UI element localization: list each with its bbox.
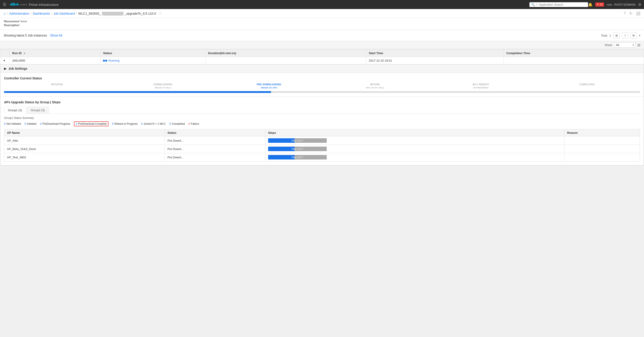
step-bar-fill bbox=[268, 146, 294, 151]
predownload-complete-box[interactable]: 3 PreDownload Complete bbox=[74, 121, 108, 126]
meta-info: 'Recurrence' None 'Description' bbox=[0, 18, 644, 30]
toolbar-left: Showing latest 5 Job instances Show All bbox=[4, 34, 62, 37]
dashboards-link[interactable]: Dashboards bbox=[33, 12, 50, 15]
filter-icon[interactable]: ⊟ bbox=[638, 43, 640, 47]
step-bar-label: Step 3 of 7 bbox=[291, 148, 303, 150]
stage-downloading-sub: IMAGE TO WLC bbox=[110, 86, 216, 89]
recurrence-value: None bbox=[20, 20, 27, 23]
step-bar-fill bbox=[268, 138, 294, 143]
maximize-icon[interactable]: ⬜ bbox=[636, 11, 640, 16]
current-page: WLC1_692692_ ████████ _upgradeTo_8.5.110… bbox=[78, 12, 156, 15]
error-count: 12 bbox=[600, 3, 603, 6]
count-joined-num: 0 bbox=[141, 122, 143, 126]
ap-table-row: AP_Test_3802 Pre Downl... Step 3 of 7 bbox=[4, 153, 640, 162]
stage-reboot-label: WLC REBOOT bbox=[428, 83, 534, 86]
filter-select-wrapper[interactable]: All Running Completed Failed bbox=[614, 42, 636, 48]
count-not-initiated-label: Not Initiated bbox=[6, 122, 21, 126]
export-button[interactable]: ⤴ bbox=[622, 32, 628, 38]
ap-steps-cell: Step 3 of 7 bbox=[265, 136, 564, 145]
job-settings-label: Job Settings bbox=[8, 67, 27, 70]
count-predownload-complete-label: PreDownload Complete bbox=[78, 122, 107, 126]
status-header: Status bbox=[100, 50, 206, 57]
count-failure-label: Failure bbox=[191, 122, 199, 126]
step-bar: Step 3 of 7 bbox=[268, 155, 327, 160]
step-bar-label: Step 3 of 7 bbox=[291, 139, 303, 142]
count-predownload-progress-num: 0 bbox=[40, 122, 42, 126]
filter-show-label: Show bbox=[604, 43, 612, 47]
dot1 bbox=[103, 60, 105, 62]
duration-header: Duration(hh:mm:ss) bbox=[205, 50, 366, 57]
count-predownload-complete[interactable]: 3 PreDownload Complete bbox=[74, 121, 108, 126]
toolbar-dropdown-icon[interactable]: ▾ bbox=[639, 34, 640, 37]
ap-reason-cell bbox=[564, 136, 640, 145]
controller-status-title: Controller Current Status bbox=[4, 76, 640, 80]
count-joined: 0 Joined N + 1 WLC bbox=[141, 122, 166, 126]
search-input[interactable] bbox=[539, 3, 586, 6]
detail-row: ▶ Job Settings Controller Current Status… bbox=[0, 64, 644, 166]
ap-status-header: Status bbox=[164, 129, 265, 136]
ap-table-row: AP_Beta_1542I_Deck Pre Downl... Step 3 o… bbox=[4, 145, 640, 153]
status-running: Running bbox=[103, 59, 202, 62]
tab-group2[interactable]: Group2 (3) bbox=[27, 107, 49, 114]
step-bar-label: Step 3 of 7 bbox=[291, 156, 303, 158]
expand-arrow-icon[interactable]: ▼ bbox=[3, 59, 6, 62]
home-icon[interactable]: ⌂ bbox=[4, 12, 6, 16]
showing-text: Showing latest 5 Job instances bbox=[4, 34, 47, 37]
ap-reason-header: Reason bbox=[564, 129, 640, 136]
admin-link[interactable]: Administration bbox=[9, 12, 29, 15]
ap-table-header: AP Name Status Steps Reason bbox=[4, 129, 640, 136]
svg-rect-2 bbox=[13, 3, 14, 6]
recurrence-row: 'Recurrence' None bbox=[4, 20, 640, 23]
job-settings-header[interactable]: ▶ Job Settings bbox=[0, 64, 644, 73]
svg-rect-1 bbox=[11, 3, 12, 6]
start-time-header: Start Time bbox=[366, 50, 504, 57]
stage-moving-label: MOVING bbox=[322, 83, 428, 86]
expand-cell[interactable]: ▼ bbox=[0, 57, 10, 64]
ap-name-cell: AP_Attic bbox=[4, 136, 165, 145]
sep2: / bbox=[31, 12, 32, 15]
bell-icon[interactable]: 🔔 bbox=[588, 2, 592, 7]
show-all-button[interactable]: Show All bbox=[50, 34, 62, 37]
svg-rect-3 bbox=[14, 3, 15, 6]
dot2 bbox=[105, 60, 107, 62]
step-bar: Step 3 of 7 bbox=[268, 146, 327, 151]
settings-button[interactable]: ⚙ bbox=[630, 32, 637, 38]
progress-bar-fill bbox=[4, 91, 271, 93]
toolbar: Showing latest 5 Job instances Show All … bbox=[0, 30, 644, 41]
gear-icon[interactable]: ⚙ bbox=[638, 2, 641, 7]
tab-group1[interactable]: Group1 (3) bbox=[4, 107, 26, 114]
status-counts: 0 Not Initiated 0 Initiated 0 PreDownloa… bbox=[4, 121, 640, 126]
total-value: 1 bbox=[610, 34, 611, 37]
refresh-icon[interactable]: ↻ bbox=[629, 11, 632, 16]
table-view-button[interactable]: ⊞ bbox=[613, 32, 620, 38]
help-icon[interactable]: ? bbox=[624, 12, 626, 16]
count-failure-num: 0 bbox=[188, 122, 190, 126]
nav-right: 🔔 ✕ 12 root - ROOT-DOMAIN ⚙ bbox=[588, 2, 641, 7]
table-row: ▼ 26813095 Running 2017-12-15 19:01 bbox=[0, 57, 644, 64]
ap-name-header: AP Name bbox=[4, 129, 165, 136]
cisco-svg bbox=[10, 2, 19, 7]
count-initiated: 0 Initiated bbox=[24, 122, 36, 126]
count-completed-label: Completed bbox=[172, 122, 185, 126]
progress-stages: INITIATED DOWNLOADING IMAGE TO WLC PRE D… bbox=[4, 83, 640, 89]
filter-select[interactable]: All Running Completed Failed bbox=[614, 42, 636, 48]
stage-downloading: DOWNLOADING IMAGE TO WLC bbox=[110, 83, 216, 89]
job-table: Run ID ▼ Status Duration(hh:mm:ss) Start… bbox=[0, 49, 644, 166]
ap-steps-cell: Step 3 of 7 bbox=[265, 153, 564, 162]
search-dropdown-icon[interactable]: ▾ bbox=[536, 3, 538, 6]
job-dashboard-link[interactable]: Job Dashboard bbox=[54, 12, 75, 15]
cisco-text: cisco bbox=[20, 3, 27, 6]
description-label: 'Description' bbox=[4, 24, 20, 27]
ap-status-cell: Pre Downl... bbox=[164, 145, 265, 153]
run-id-header[interactable]: Run ID ▼ bbox=[9, 50, 100, 57]
search-box[interactable]: 🔍 ▾ bbox=[530, 2, 588, 7]
ap-reason-cell bbox=[564, 153, 640, 162]
stage-reboot: WLC REBOOT IN PROGRESS bbox=[428, 83, 534, 89]
group-summary-title: Group1 Status Summary bbox=[4, 116, 640, 120]
hamburger-icon[interactable]: ☰ bbox=[3, 2, 6, 7]
error-badge[interactable]: ✕ 12 bbox=[595, 2, 604, 6]
ap-steps-cell: Step 3 of 7 bbox=[265, 145, 564, 153]
star-icon[interactable]: ☆ bbox=[159, 11, 162, 16]
aps-title: APs Upgrade Status by Group | Steps bbox=[4, 100, 640, 104]
nav-left: ☰ cisco Prime Infrastructure bbox=[3, 2, 530, 7]
